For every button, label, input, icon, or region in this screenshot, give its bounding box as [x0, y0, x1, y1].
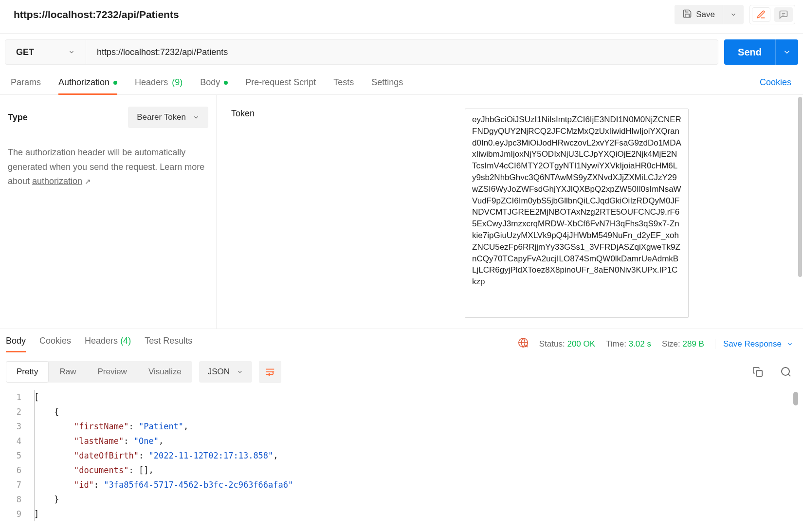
- view-raw[interactable]: Raw: [49, 361, 87, 383]
- response-format-value: JSON: [208, 367, 230, 377]
- save-response-label: Save Response: [723, 339, 782, 349]
- save-icon: [682, 9, 692, 21]
- code-l4-key: "lastName": [74, 436, 124, 446]
- time-meta: Time: 3.02 s: [606, 339, 651, 349]
- cookies-link[interactable]: Cookies: [760, 77, 791, 88]
- code-l2: {: [54, 407, 59, 417]
- http-method-select[interactable]: GET: [5, 40, 86, 64]
- view-visualize[interactable]: Visualize: [138, 361, 192, 383]
- code-l4-val: "One": [134, 436, 159, 446]
- send-button[interactable]: Send: [724, 39, 775, 65]
- code-l8: }: [54, 495, 59, 504]
- wrap-lines-button[interactable]: [259, 361, 281, 383]
- token-label: Token: [231, 109, 445, 315]
- tab-body[interactable]: Body: [200, 71, 228, 94]
- auth-type-select[interactable]: Bearer Token: [128, 107, 208, 128]
- code-l6-val: []: [139, 465, 148, 475]
- size-meta: Size: 289 B: [662, 339, 704, 349]
- save-response-button[interactable]: Save Response: [715, 339, 793, 349]
- code-l7-val: "3fa85f64-5717-4562-b3fc-2c963f66afa6": [104, 480, 293, 490]
- code-l5-key: "dateOfBirth": [74, 451, 139, 460]
- status-meta: Status: 200 OK: [539, 339, 595, 349]
- resp-headers-count: (4): [120, 336, 131, 346]
- panel-scrollbar[interactable]: [798, 97, 802, 277]
- view-segmented: Pretty Raw Preview Visualize: [6, 361, 192, 383]
- search-response-button[interactable]: [779, 365, 793, 379]
- resp-tab-testresults[interactable]: Test Results: [145, 336, 192, 352]
- code-l6-key: "documents": [74, 465, 129, 475]
- save-button[interactable]: Save: [675, 5, 723, 24]
- view-pretty[interactable]: Pretty: [6, 361, 49, 383]
- send-options-chevron[interactable]: [775, 39, 798, 65]
- tab-headers-label: Headers: [135, 77, 168, 88]
- resp-tab-body[interactable]: Body: [6, 336, 26, 352]
- modified-dot-icon: [224, 81, 228, 85]
- modified-dot-icon: [113, 81, 117, 85]
- tab-tests[interactable]: Tests: [333, 71, 354, 94]
- resp-tab-headers-label: Headers: [85, 336, 118, 346]
- request-url-bar: GET https://localhost:7232/api/Patients: [5, 39, 718, 65]
- svg-line-7: [788, 374, 790, 376]
- tab-authorization-label: Authorization: [58, 77, 110, 88]
- auth-type-label: Type: [8, 112, 28, 123]
- svg-point-6: [782, 367, 789, 375]
- code-l9: ]: [34, 509, 39, 519]
- resp-tab-headers[interactable]: Headers (4): [85, 336, 131, 352]
- http-method-value: GET: [16, 47, 34, 57]
- extra-actions: [749, 5, 795, 24]
- tab-prerequest[interactable]: Pre-request Script: [245, 71, 316, 94]
- svg-rect-5: [756, 370, 762, 376]
- line-gutter: 123456789: [0, 390, 29, 521]
- auth-type-value: Bearer Token: [137, 112, 186, 122]
- request-tabs: Params Authorization Headers (9) Body Pr…: [11, 71, 403, 94]
- tab-settings[interactable]: Settings: [371, 71, 403, 94]
- external-link-icon: ↗: [85, 177, 91, 185]
- view-preview[interactable]: Preview: [87, 361, 137, 383]
- code-l7-key: "id": [74, 480, 94, 490]
- save-label: Save: [696, 10, 715, 19]
- network-icon: [518, 337, 529, 350]
- copy-response-button[interactable]: [750, 365, 765, 379]
- resp-tab-cookies[interactable]: Cookies: [39, 336, 71, 352]
- comments-button[interactable]: [774, 7, 793, 22]
- response-body-code[interactable]: 123456789 [ { "firstName": "Patient", "l…: [0, 388, 803, 521]
- save-options-chevron[interactable]: [723, 5, 744, 24]
- url-input[interactable]: https://localhost:7232/api/Patients: [86, 40, 718, 64]
- cursor-caret: [34, 390, 35, 521]
- code-l3-val: "Patient": [139, 422, 183, 431]
- code-l3-key: "firstName": [74, 422, 129, 431]
- tab-authorization[interactable]: Authorization: [58, 71, 117, 94]
- tab-params[interactable]: Params: [11, 71, 41, 94]
- request-title: https://localhost:7232/api/Patients: [14, 9, 179, 20]
- auth-help-link[interactable]: authorization: [32, 176, 82, 186]
- tab-headers[interactable]: Headers (9): [135, 71, 182, 94]
- response-format-select[interactable]: JSON: [199, 361, 252, 383]
- response-meta: Status: 200 OK Time: 3.02 s Size: 289 B …: [518, 337, 793, 350]
- edit-button[interactable]: [752, 7, 770, 22]
- code-l5-val: "2022-11-12T02:17:13.858": [148, 451, 273, 460]
- headers-count: (9): [172, 77, 182, 88]
- tab-body-label: Body: [200, 77, 220, 88]
- code-l1: [: [34, 392, 39, 402]
- response-tabs: Body Cookies Headers (4) Test Results: [6, 336, 192, 352]
- save-button-group: Save: [675, 5, 744, 24]
- code-scrollbar[interactable]: [793, 392, 798, 405]
- token-input[interactable]: [465, 109, 689, 318]
- auth-help-text: The authorization header will be automat…: [8, 146, 208, 189]
- send-button-group: Send: [724, 39, 798, 65]
